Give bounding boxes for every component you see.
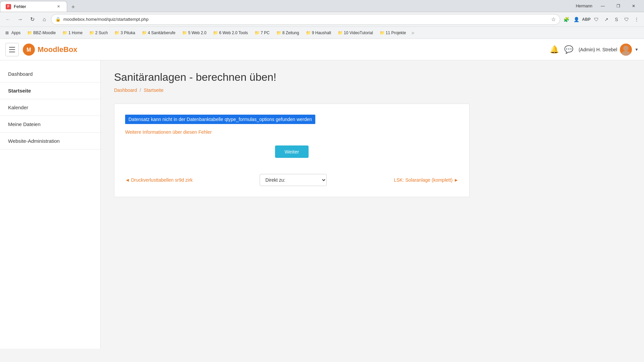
prev-activity-link[interactable]: ◄ Druckverlusttabellen sr9d zirk [125,177,193,183]
hamburger-menu-button[interactable] [5,43,19,56]
folder-icon: 📁 [89,31,94,35]
folder-icon: 📁 [306,31,311,35]
breadcrumb: Dashboard / Startseite [114,87,631,93]
home-button[interactable]: ⌂ [39,14,50,25]
minimize-button[interactable]: — [595,0,610,12]
bookmark-2-such[interactable]: 📁 2 Such [87,29,110,37]
next-activity-link[interactable]: LSK: Solaranlage (komplett) ► [394,177,459,183]
error-info-link[interactable]: Weitere Informationen über diesen Fehler [125,129,459,135]
folder-icon: 📁 [255,31,259,35]
bookmark-10-videotutorial-label: 10 VideoTutorial [344,31,373,35]
moodle-logo-text: MoodleBox [38,45,77,54]
tab-area: F Fehler ✕ + [0,0,576,12]
error-message-text: Datensatz kann nicht in der Datenbanktab… [125,115,315,124]
user-dropdown-arrow: ▼ [635,47,639,52]
extensions-button[interactable]: 🧩 [561,15,571,24]
message-button[interactable]: 💬 [564,45,573,54]
bookmark-6-web20tools-label: 6 Web 2.0 Tools [219,31,248,35]
nav-jump-select: Direkt zu: [260,174,327,186]
profile-button[interactable]: 👤 [572,15,581,24]
folder-icon: 📁 [62,31,67,35]
extension-icon-2[interactable]: S [612,15,621,24]
folder-icon: 📁 [380,31,384,35]
folder-icon: 📁 [27,31,32,35]
bookmark-5-web20[interactable]: 📁 5 Web 2.0 [179,29,209,37]
bookmark-9-haushalt-label: 9 Haushalt [312,31,331,35]
tab-title: Fehler [14,4,26,9]
forward-button[interactable]: → [15,14,25,25]
bookmark-7-pc[interactable]: 📁 7 PC [252,29,272,37]
nav-next: LSK: Solaranlage (komplett) ► [394,177,459,183]
nav-actions: 🧩 👤 ABP 🛡 ↗ S 🛡 ⋮ [561,15,641,24]
sidebar-item-meine-dateien[interactable]: Meine Dateien [0,116,100,133]
nav-prev: ◄ Druckverlusttabellen sr9d zirk [125,177,193,183]
reload-button[interactable]: ↻ [27,14,38,25]
moodle-header: M MoodleBox 🔔 💬 (Admin) H. Strebel ▼ [0,39,644,60]
bookmark-1-home[interactable]: 📁 1 Home [60,29,85,37]
chrome-menu-button[interactable]: ⋮ [632,15,641,24]
breadcrumb-separator: / [140,87,141,93]
address-bar[interactable]: 🔒 moodlebox.home/mod/quiz/startattempt.p… [51,14,560,25]
extension-icon-1[interactable]: ↗ [602,15,611,24]
extension-icon-3[interactable]: 🛡 [622,15,631,24]
notification-button[interactable]: 🔔 [550,45,559,54]
sidebar-item-website-administration[interactable]: Website-Administration [0,133,100,149]
breadcrumb-startseite[interactable]: Startseite [144,87,163,93]
bookmark-9-haushalt[interactable]: 📁 9 Haushalt [303,29,334,37]
direct-jump-select[interactable]: Direkt zu: [260,174,327,186]
main-content: Sanitäranlagen - berechnen üben! Dashboa… [101,60,644,349]
active-tab[interactable]: F Fehler ✕ [0,1,67,12]
adblocker-icon[interactable]: ABP [582,15,591,24]
hamburger-line-1 [9,47,15,48]
bookmark-4-sanitaerberufe[interactable]: 📁 4 Sanitärberufe [139,29,178,37]
user-display-name: (Admin) H. Strebel [579,47,617,52]
moodle-logo[interactable]: M MoodleBox [23,44,77,56]
bookmark-7-pc-label: 7 PC [261,31,270,35]
navigation-bar: ← → ↻ ⌂ 🔒 moodlebox.home/mod/quiz/starta… [0,12,644,27]
bookmark-6-web20tools[interactable]: 📁 6 Web 2.0 Tools [210,29,251,37]
folder-icon: 📁 [338,31,342,35]
sidebar-item-startseite[interactable]: Startseite [0,82,100,99]
user-menu[interactable]: (Admin) H. Strebel ▼ [579,44,639,56]
bookmarks-overflow-icon[interactable]: » [410,30,416,36]
bookmark-4-sanitaerberufe-label: 4 Sanitärberufe [148,31,175,35]
title-bar: F Fehler ✕ + Hermann — ❐ ✕ [0,0,644,12]
bookmark-apps[interactable]: ⊞ Apps [3,29,23,37]
bookmark-bbz-moodle[interactable]: 📁 BBZ-Moodle [24,29,58,37]
header-actions: 🔔 💬 (Admin) H. Strebel ▼ [550,44,639,56]
bookmark-3-pituka-label: 3 Pituka [120,31,135,35]
sidebar-item-kalender[interactable]: Kalender [0,99,100,116]
close-button[interactable]: ✕ [626,0,641,12]
bookmark-3-pituka[interactable]: 📁 3 Pituka [112,29,138,37]
sidebar-item-dashboard[interactable]: Dashboard [0,66,100,82]
folder-icon: 📁 [114,31,119,35]
user-avatar [620,44,632,56]
url-text: moodlebox.home/mod/quiz/startattempt.php [63,17,548,22]
weiter-button[interactable]: Weiter [275,145,308,158]
shield-icon[interactable]: 🛡 [592,15,601,24]
bookmark-8-zeitung[interactable]: 📁 8 Zeitung [274,29,302,37]
page-content: M MoodleBox 🔔 💬 (Admin) H. Strebel ▼ [0,39,644,362]
back-button[interactable]: ← [3,14,13,25]
hamburger-line-3 [9,52,15,52]
quiz-navigation-footer: ◄ Druckverlusttabellen sr9d zirk Direkt … [125,169,459,186]
restore-button[interactable]: ❐ [610,0,626,12]
bookmark-8-zeitung-label: 8 Zeitung [282,31,299,35]
bookmark-bbz-moodle-label: BBZ-Moodle [33,31,56,35]
tab-favicon: F [6,4,11,9]
folder-icon: 📁 [213,31,218,35]
bookmark-2-such-label: 2 Such [95,31,108,35]
bookmark-star-icon[interactable]: ☆ [551,16,556,22]
window-controls: — ❐ ✕ [595,0,644,12]
bookmark-11-projekte[interactable]: 📁 11 Projekte [377,29,409,37]
breadcrumb-dashboard[interactable]: Dashboard [114,87,137,93]
new-tab-button[interactable]: + [68,2,78,12]
bookmark-5-web20-label: 5 Web 2.0 [188,31,206,35]
window-user-label: Hermann [576,4,595,8]
sidebar: Dashboard Startseite Kalender Meine Date… [0,60,101,349]
svg-text:M: M [26,47,31,53]
tab-close-button[interactable]: ✕ [55,4,61,10]
bookmark-11-projekte-label: 11 Projekte [386,31,406,35]
folder-icon: 📁 [276,31,281,35]
bookmark-10-videotutorial[interactable]: 📁 10 VideoTutorial [335,29,376,37]
